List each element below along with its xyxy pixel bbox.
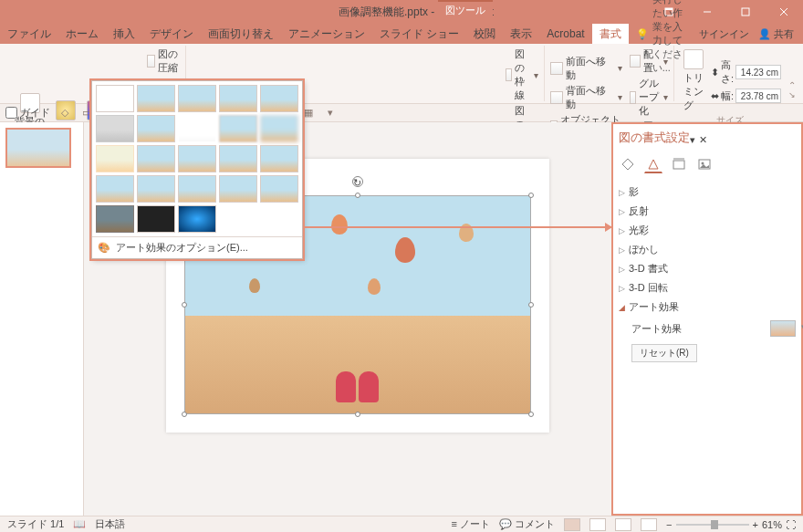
options-icon: 🎨 (98, 242, 110, 254)
zoom-in-button[interactable]: + (753, 519, 758, 530)
tab-acrobat[interactable]: Acrobat (539, 24, 591, 44)
svg-rect-3 (742, 8, 749, 16)
tab-review[interactable]: 校閲 (466, 24, 503, 44)
zoom-slider[interactable] (676, 524, 749, 526)
fx-option[interactable] (260, 85, 298, 112)
status-bar: スライド 1/1 📖 日本語 ≡ ノート 💬 コメント − + 61% ⛶ (0, 516, 803, 532)
compress-icon (147, 55, 155, 68)
height-icon: ⬍ (711, 67, 719, 78)
fx-none[interactable] (96, 85, 134, 112)
sign-in-link[interactable]: サインイン (699, 27, 749, 41)
maximize-button[interactable] (726, 0, 765, 24)
picture-border-button[interactable]: 図の枠線 ▾ (506, 47, 538, 102)
shadow-expander[interactable]: ▷影 (619, 183, 796, 202)
fx-option[interactable] (219, 145, 257, 172)
fx-option[interactable] (96, 115, 134, 142)
size-properties-tab[interactable] (670, 155, 688, 173)
width-icon: ⬌ (711, 90, 719, 102)
fx-option[interactable] (178, 145, 216, 172)
sorter-view-button[interactable] (589, 518, 606, 531)
align-icon (630, 55, 641, 68)
normal-view-button[interactable] (564, 518, 580, 531)
slide-thumbnails-panel: 1 (0, 122, 84, 516)
effects-tab[interactable] (644, 155, 662, 173)
close-button[interactable] (765, 0, 803, 24)
qat-icon[interactable]: ▾ (323, 106, 338, 120)
tab-slideshow[interactable]: スライド ショー (372, 24, 466, 44)
slideshow-view-button[interactable] (641, 518, 657, 531)
fx-option[interactable] (137, 115, 175, 142)
slide-thumbnail-1[interactable] (5, 128, 71, 168)
height-input[interactable] (735, 65, 781, 79)
border-icon (506, 68, 512, 81)
fit-to-window-button[interactable]: ⛶ (786, 519, 796, 530)
pane-close-button[interactable]: ✕ (699, 134, 707, 146)
qat-icon[interactable]: ◇ (57, 106, 72, 120)
backward-icon (550, 91, 563, 104)
width-input[interactable] (735, 89, 781, 103)
tab-transitions[interactable]: 画面切り替え (201, 24, 281, 44)
bring-forward-button[interactable]: 前面へ移動 ▾ (550, 55, 622, 82)
reflection-expander[interactable]: ▷反射 (619, 202, 796, 221)
reading-view-button[interactable] (615, 518, 631, 531)
zoom-level[interactable]: 61% (762, 519, 782, 530)
fill-line-tab[interactable] (619, 155, 637, 173)
minimize-button[interactable] (688, 0, 726, 24)
zoom-out-button[interactable]: − (666, 519, 672, 530)
send-backward-button[interactable]: 背面へ移動 ▾ (550, 84, 622, 111)
artistic-effects-expander[interactable]: ◢アート効果 (619, 297, 796, 317)
comments-button[interactable]: 💬 コメント (499, 517, 555, 531)
share-button[interactable]: 👤 共有 (758, 27, 794, 41)
fx-option[interactable] (137, 145, 175, 172)
fx-option[interactable] (178, 115, 216, 142)
spellcheck-icon[interactable]: 📖 (73, 518, 86, 530)
fx-option[interactable] (137, 175, 175, 203)
picture-tab[interactable] (695, 155, 714, 173)
tell-me-box[interactable]: 💡実行したい作業を入力してください... (629, 24, 699, 44)
fx-option[interactable] (260, 175, 298, 203)
fx-option[interactable] (219, 85, 257, 112)
fx-option[interactable] (137, 205, 175, 233)
fx-option[interactable] (178, 175, 216, 203)
pane-mode-tabs (619, 155, 796, 173)
tab-file[interactable]: ファイル (0, 24, 58, 44)
fx-option[interactable] (96, 205, 134, 233)
tab-animations[interactable]: アニメーション (281, 24, 372, 44)
artistic-effect-label: アート効果 (631, 322, 682, 336)
fx-option[interactable] (178, 205, 216, 233)
size-dialog-launcher[interactable]: ↘ (788, 90, 796, 99)
bulb-icon: 💡 (636, 28, 649, 40)
language-indicator[interactable]: 日本語 (95, 517, 125, 531)
tab-design[interactable]: デザイン (142, 24, 201, 44)
fx-option[interactable] (96, 145, 134, 172)
fx-option[interactable] (219, 115, 257, 142)
fx-option[interactable] (178, 85, 216, 112)
fx-option[interactable] (260, 115, 298, 142)
glow-expander[interactable]: ▷光彩 (619, 221, 796, 240)
pane-options-button[interactable]: ▾ (690, 134, 695, 146)
qat-icon[interactable]: ▦ (301, 106, 316, 120)
fx-option[interactable] (260, 145, 298, 172)
format-3d-expander[interactable]: ▷3-D 書式 (619, 259, 796, 278)
tab-view[interactable]: 表示 (503, 24, 539, 44)
artistic-effects-options-item[interactable]: 🎨 アート効果のオプション(E)... (92, 236, 302, 258)
tab-home[interactable]: ホーム (58, 24, 106, 44)
tab-format[interactable]: 書式 (592, 24, 629, 44)
window-title: 画像調整機能.pptx - PowerPoint (182, 5, 650, 20)
rotation-3d-expander[interactable]: ▷3-D 回転 (619, 278, 796, 297)
guides-checkbox[interactable]: ガイド (5, 106, 50, 120)
notes-button[interactable]: ≡ ノート (452, 517, 490, 531)
compress-pictures-button[interactable]: 図の圧縮 (147, 47, 180, 75)
fx-option[interactable] (137, 85, 175, 112)
artistic-effect-picker[interactable] (770, 320, 796, 337)
reset-button[interactable]: リセット(R) (631, 344, 697, 362)
group-button[interactable]: グループ化 ▾ (630, 77, 668, 118)
rotate-handle[interactable]: ↻ (352, 176, 363, 187)
fx-option[interactable] (96, 175, 134, 203)
zoom-control[interactable]: − + 61% ⛶ (666, 519, 796, 530)
format-picture-pane: 図の書式設定 ▾ ✕ ▷影 ▷反射 ▷光彩 ▷ぼかし ▷3-D 書式 ▷3-D … (611, 122, 803, 516)
soft-edges-expander[interactable]: ▷ぼかし (619, 240, 796, 259)
fx-option[interactable] (219, 175, 257, 203)
tab-insert[interactable]: 挿入 (106, 24, 142, 44)
collapse-ribbon-button[interactable]: ⌃ (788, 80, 796, 90)
